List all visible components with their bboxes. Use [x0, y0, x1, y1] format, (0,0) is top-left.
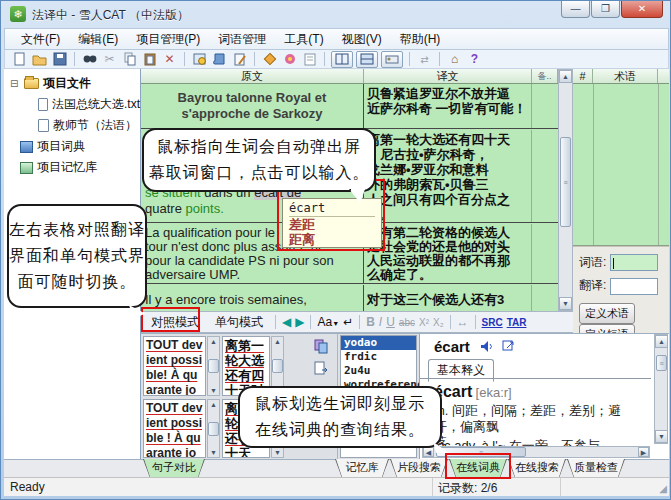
menu-view[interactable]: 视图(V): [334, 29, 390, 50]
translation-label: 翻译:: [579, 278, 606, 292]
terms-grid[interactable]: [573, 84, 669, 246]
folder-icon: [24, 78, 39, 89]
term-translation-input[interactable]: [610, 278, 658, 295]
subscript-button[interactable]: X₂: [433, 317, 444, 328]
scroll-down-icon[interactable]: ▼: [559, 297, 572, 310]
menu-help[interactable]: 帮助(H): [392, 29, 449, 50]
view-key-mode-icon[interactable]: [381, 51, 403, 68]
help-icon[interactable]: ?: [466, 51, 483, 67]
grid-scrollbar[interactable]: ▲ ≡ ▼: [558, 69, 573, 311]
cut-icon[interactable]: ✂: [101, 51, 118, 67]
list-item[interactable]: yodao: [341, 336, 416, 350]
tab-quality-check[interactable]: 质量检查: [567, 459, 625, 478]
mini-scrollbar[interactable]: ▲▼: [207, 399, 220, 458]
annotation-box-online-dict-tab: [445, 453, 511, 479]
next-segment-icon[interactable]: ▶: [295, 315, 304, 329]
menu-file[interactable]: 文件(F): [13, 29, 68, 50]
target-cell[interactable]: 离第一轮大选还有四十天 ，尼古拉•萨尔科奇， 戈兰娜•罗亚尔和意料 外的弗朗索瓦…: [364, 130, 532, 222]
target-cell[interactable]: 谁有第二轮资格的候选人 是社会党的还是他的对头 人民运动联盟的都不再那 么确定了…: [364, 224, 532, 283]
view-split-mode-icon[interactable]: [356, 51, 378, 68]
find-icon[interactable]: [81, 51, 98, 67]
column-header-term[interactable]: 术语: [593, 69, 658, 83]
dictionary-icon[interactable]: [211, 51, 228, 67]
enter-icon[interactable]: ↵: [343, 315, 353, 329]
compare-source-box-1[interactable]: TOUT devient possible! À quarante jours …: [143, 336, 206, 396]
new-document-icon[interactable]: [11, 51, 28, 67]
scroll-up-icon[interactable]: ▲: [559, 70, 572, 83]
compare-source-box-2[interactable]: TOUT devient possible ! À quarante jours…: [143, 399, 206, 458]
open-folder-icon[interactable]: [31, 51, 48, 67]
source-cell[interactable]: Bayrou talonne Royal et s'approche de Sa…: [141, 84, 364, 128]
book-icon: [20, 141, 33, 153]
list-item[interactable]: frdic: [341, 350, 416, 364]
project-settings-icon[interactable]: [261, 51, 278, 67]
copy-pair-icon[interactable]: [313, 338, 330, 354]
title-bar: ❄ 法译中 - 雪人CAT （中法版） — ❐ ✕: [1, 1, 671, 28]
home-icon[interactable]: ⌂: [446, 51, 463, 67]
column-header-num[interactable]: #: [573, 69, 593, 83]
maximize-button[interactable]: ❐: [591, 1, 620, 18]
scroll-left-icon[interactable]: ◀: [423, 447, 434, 457]
dict-vscrollbar[interactable]: ▲ ≡ ▼: [654, 334, 668, 444]
scroll-up-icon[interactable]: ▲: [655, 335, 668, 348]
minimize-button[interactable]: —: [561, 1, 590, 18]
align-pairs-icon[interactable]: ⇄: [416, 51, 433, 67]
menu-tools[interactable]: 工具(T): [276, 29, 331, 50]
underline-button[interactable]: U: [386, 315, 395, 329]
scroll-right-icon[interactable]: ▶: [638, 447, 649, 457]
collapse-icon[interactable]: ⊟: [10, 78, 20, 89]
italic-button[interactable]: I: [379, 315, 382, 329]
copy-word-icon[interactable]: [502, 340, 515, 355]
tree-item-project-memory[interactable]: 项目记忆库: [4, 157, 140, 178]
strikethrough-button[interactable]: abc: [399, 317, 415, 328]
save-icon[interactable]: [51, 51, 68, 67]
memory-icon: [20, 162, 33, 174]
tree-item-project-files[interactable]: ⊟ 项目文件: [4, 73, 140, 94]
view-table-mode-icon[interactable]: [331, 51, 353, 68]
fit-width-icon[interactable]: ↔: [457, 315, 469, 329]
define-term-button[interactable]: 定义术语: [579, 303, 635, 324]
tree-item-teachersday-file[interactable]: 教师节（法语）: [4, 115, 140, 136]
column-header-target[interactable]: 译文: [364, 69, 532, 83]
menu-terms[interactable]: 词语管理: [210, 29, 274, 50]
resize-grip[interactable]: ◢: [659, 483, 667, 494]
target-cell[interactable]: 对于这三个候选人还有3: [364, 285, 532, 311]
copy-icon[interactable]: [121, 51, 138, 67]
prev-segment-icon[interactable]: ◀: [282, 315, 291, 329]
word-flower-icon[interactable]: [281, 51, 298, 67]
notes-icon[interactable]: [301, 51, 318, 67]
scrollbar-thumb[interactable]: ≡: [560, 137, 571, 227]
src-tag-button[interactable]: SRC: [482, 317, 503, 328]
clipboard-edit-icon[interactable]: [231, 51, 248, 67]
tree-item-project-dictionary[interactable]: 项目词典: [4, 136, 140, 157]
list-item[interactable]: 2u4u: [341, 364, 416, 378]
tree-item-election-file[interactable]: 法国总统大选.txt: [4, 94, 140, 115]
tab-fragment-search[interactable]: 片段搜索: [390, 459, 448, 478]
tab-sentence-compare[interactable]: 句子对比: [143, 459, 205, 478]
single-mode-button[interactable]: 单句模式: [209, 313, 269, 332]
tree-label: 项目文件: [43, 75, 91, 92]
online-dictionary-pane: écart 基本释义 écart [eka:r] m. 间距，间隔；差距，差别；…: [419, 334, 669, 460]
term-word-input[interactable]: [610, 254, 658, 271]
menu-project[interactable]: 项目管理(P): [128, 29, 208, 50]
capture-word-icon[interactable]: [191, 51, 208, 67]
scrollbar-thumb[interactable]: ≡: [656, 355, 667, 371]
mini-scrollbar[interactable]: ▲▼: [207, 336, 220, 396]
word-label: 词语:: [579, 255, 606, 269]
close-button[interactable]: ✕: [621, 1, 663, 18]
scroll-down-icon[interactable]: ▼: [655, 430, 668, 443]
tar-tag-button[interactable]: TAR: [507, 317, 527, 328]
menu-edit[interactable]: 编辑(E): [70, 29, 126, 50]
delete-icon[interactable]: ✕: [161, 51, 178, 67]
tab-memory[interactable]: 记忆库: [335, 459, 389, 478]
speaker-icon[interactable]: [480, 341, 494, 356]
export-segment-icon[interactable]: [313, 360, 330, 376]
paste-icon[interactable]: [141, 51, 158, 67]
tab-online-search[interactable]: 在线搜索: [508, 459, 566, 478]
target-cell[interactable]: 贝鲁紧追罗亚尔不放并逼 近萨尔科奇 一切皆有可能！: [364, 84, 532, 128]
bold-button[interactable]: B: [366, 315, 375, 329]
column-header-extra[interactable]: 备..: [532, 69, 558, 83]
font-button[interactable]: Aa▼: [317, 315, 339, 329]
column-header-source[interactable]: 原文: [141, 69, 364, 83]
superscript-button[interactable]: X²: [419, 317, 429, 328]
